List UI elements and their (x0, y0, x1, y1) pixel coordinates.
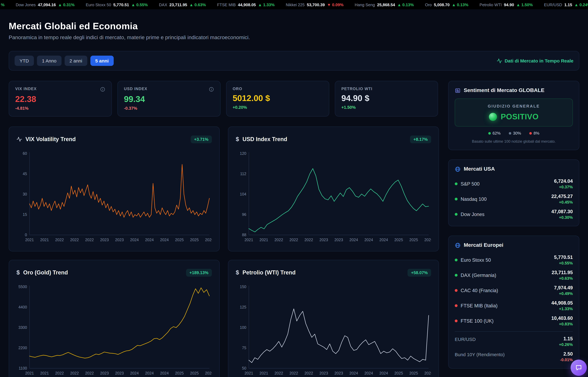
ticker-item: EUR/USD 1.15 ▲ 0.24% (544, 2, 588, 7)
svg-text:2024: 2024 (145, 371, 154, 375)
svg-text:2023: 2023 (334, 371, 343, 375)
markets-eu-fx-rows: EUR/USD 1.15 +0.26% Bund 10Y (Rendimento… (455, 332, 573, 362)
legend-dot-icon (488, 132, 491, 134)
svg-text:2024: 2024 (379, 238, 388, 242)
chart-change-badge: +8.17% (410, 135, 431, 143)
content-area: VIX INDEX 22.38 -4.81% USD INDEX 99.34 -… (9, 81, 579, 377)
svg-text:2022: 2022 (305, 238, 313, 242)
market-row: FTSE MIB (Italia) 44,908.05 +1.33% (455, 296, 573, 311)
info-icon[interactable] (100, 87, 105, 92)
sentiment-verdict: POSITIVO (501, 112, 539, 121)
market-row-values: 23,711.95 +0.63% (552, 270, 573, 281)
market-row-value: 6,724.04 (554, 178, 573, 184)
live-data-label: Dati di Mercato in Tempo Reale (505, 58, 573, 63)
sentiment-card-header: Sentiment di Mercato GLOBALE (455, 87, 573, 94)
svg-text:2022: 2022 (274, 238, 283, 242)
fx-row-values: 2.50 -0.01% (560, 351, 573, 362)
line-chart-canvas: 1201121049688202120212022202220222023202… (236, 150, 431, 244)
svg-text:2023: 2023 (319, 238, 328, 242)
market-row-values: 44,908.05 +1.33% (551, 300, 573, 311)
ticker-item-label: Euro Stoxx 50 (86, 2, 111, 7)
stat-value: 5012.00 $ (233, 94, 323, 103)
svg-text:2023: 2023 (100, 238, 109, 242)
stat-label: ORO (233, 87, 242, 91)
page-main: Mercati Globali ed Economia Panoramica i… (0, 21, 588, 377)
fx-row-label: Bund 10Y (Rendimento) (455, 351, 505, 357)
timeframe-button-5-anni[interactable]: 5 anni (90, 56, 114, 66)
globe-icon (455, 242, 461, 248)
timeframe-button-2-anni[interactable]: 2 anni (65, 56, 87, 66)
market-row-value: 23,711.95 (552, 270, 573, 275)
market-row: Euro Stoxx 50 5,770.51 +0.55% (455, 250, 573, 265)
markets-usa-rows: S&P 500 6,724.04 +0.37% Nasdaq 100 22,47… (455, 174, 573, 220)
market-status-dot-icon (455, 274, 458, 277)
svg-text:5500: 5500 (18, 284, 27, 289)
svg-text:2024: 2024 (160, 371, 169, 375)
svg-text:1100: 1100 (19, 366, 27, 370)
timeframe-button-group: YTD1 Anno2 anni5 anni (15, 56, 114, 66)
sentiment-card-title: Sentiment di Mercato GLOBALE (464, 87, 544, 94)
line-chart-canvas: 6045301502021202120222022202220232023202… (16, 150, 212, 244)
fx-row-change: -0.01% (560, 357, 573, 362)
svg-text:96: 96 (242, 212, 246, 217)
market-row-change: +0.83% (551, 322, 573, 326)
ticker-item-change: ▲ 0.13% (452, 2, 468, 7)
market-status-dot-icon (455, 213, 458, 216)
ticker-item: Petrolio WTI 94.90 ▲ 1.50% (480, 2, 533, 7)
dollar-icon: $ (16, 269, 20, 276)
fx-row-change: +0.26% (559, 342, 573, 347)
svg-text:60: 60 (23, 151, 27, 155)
markets-eu-header: Mercati Europei (455, 242, 573, 248)
ticker-item-change: ▲ 0.24% (574, 2, 588, 7)
svg-text:2022: 2022 (290, 371, 298, 375)
market-row-change: +1.33% (551, 306, 573, 311)
ticker-bar: % Dow Jones 47,094.16 ▲ 0.31% Euro Stoxx… (0, 0, 588, 9)
timeframe-button-ytd[interactable]: YTD (15, 56, 34, 66)
ticker-item: Dow Jones 47,094.16 ▲ 0.31% (16, 2, 75, 7)
svg-text:88: 88 (242, 233, 246, 237)
svg-text:2025: 2025 (190, 371, 199, 375)
timeframe-button-1-anno[interactable]: 1 Anno (37, 56, 61, 66)
chat-fab[interactable] (571, 360, 587, 376)
sentiment-verdict-row: POSITIVO (460, 112, 567, 121)
svg-text:3300: 3300 (18, 325, 27, 330)
market-row-change: +0.63% (552, 276, 573, 281)
dollar-icon: $ (236, 136, 239, 143)
legend-percent: 30% (513, 131, 521, 136)
chart-card-petrolio-wti-trend: $ Petrolio (WTI) Trend +58.07% 150125100… (228, 260, 439, 377)
svg-text:2024: 2024 (130, 238, 139, 242)
market-row-value: 22,475.27 (551, 194, 573, 199)
ticker-item-change: ▲ 0.13% (397, 2, 414, 7)
sentiment-orb-icon (489, 113, 497, 121)
stat-change: +0.20% (233, 105, 323, 110)
market-row-change: +0.37% (554, 185, 573, 189)
svg-text:2026: 2026 (424, 238, 431, 242)
ticker-clipped-item: % (1, 2, 4, 7)
ticker-item-value: 1.15 (564, 2, 572, 7)
legend-percent: 8% (533, 131, 539, 136)
stat-card-oro: ORO 5012.00 $ +0.20% (226, 81, 329, 117)
ticker-item-label: FTSE MIB (217, 2, 236, 7)
svg-text:2023: 2023 (100, 371, 109, 375)
ticker-item-change: ▲ 1.50% (516, 2, 533, 7)
svg-text:2022: 2022 (70, 371, 79, 375)
svg-text:0: 0 (25, 233, 27, 237)
stat-label: VIX INDEX (15, 87, 37, 91)
legend-dot-icon (529, 132, 532, 134)
svg-text:150: 150 (240, 284, 246, 289)
market-status-dot-icon (455, 289, 458, 292)
stat-value: 99.34 (124, 94, 214, 104)
ticker-item-label: Oro (425, 2, 432, 7)
activity-icon (16, 136, 22, 142)
svg-text:2025: 2025 (394, 371, 403, 375)
sentiment-verdict-box: GIUDIZIO GENERALE POSITIVO (455, 98, 573, 127)
ticker-item: Euro Stoxx 50 5,770.51 ▲ 0.55% (86, 2, 148, 7)
ticker-item-change: ▲ 0.63% (189, 2, 206, 7)
market-row-value: 47,087.30 (551, 209, 573, 214)
info-icon[interactable] (209, 87, 214, 92)
live-pulse-icon (497, 58, 502, 64)
stats-row: VIX INDEX 22.38 -4.81% USD INDEX 99.34 -… (9, 81, 438, 117)
svg-text:2024: 2024 (350, 238, 358, 242)
svg-text:2024: 2024 (364, 371, 373, 375)
svg-text:50: 50 (242, 366, 246, 370)
